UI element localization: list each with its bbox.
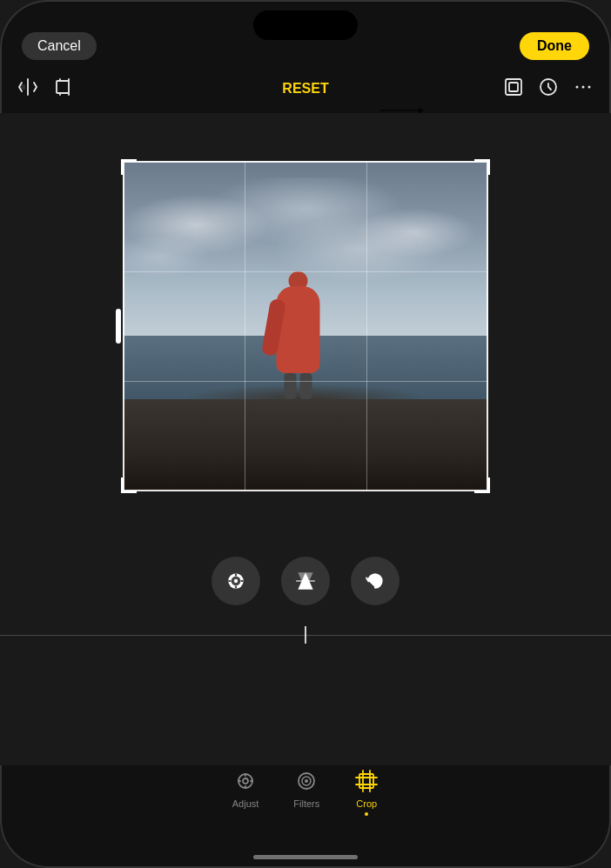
active-tab-indicator	[365, 812, 368, 816]
ruler-container[interactable]	[0, 622, 611, 648]
svg-rect-0	[19, 84, 25, 90]
side-handle-left[interactable]	[116, 309, 121, 344]
photo-rocks	[123, 399, 488, 491]
overlay-icon[interactable]	[503, 77, 524, 102]
svg-rect-13	[228, 580, 231, 582]
rotation-controls	[212, 557, 400, 605]
bottom-tabs: Adjust Filters	[0, 760, 611, 825]
person-legs	[283, 373, 314, 399]
svg-rect-16	[235, 585, 237, 588]
corner-handle-tr[interactable]	[474, 159, 490, 175]
corner-handle-br[interactable]	[474, 477, 490, 493]
cancel-button[interactable]: Cancel	[22, 32, 97, 60]
toolbar-row: RESET	[0, 68, 611, 110]
markup-icon[interactable]	[538, 77, 559, 102]
toolbar-center: RESET	[282, 81, 328, 97]
ruler-center-indicator	[305, 626, 306, 644]
person-figure	[274, 271, 322, 402]
person-body	[277, 286, 320, 373]
svg-point-21	[243, 778, 248, 784]
ruler-track	[0, 626, 611, 644]
adjust-icon	[233, 769, 258, 793]
crop-ratio-icon[interactable]	[54, 77, 75, 102]
tab-crop[interactable]: Crop	[354, 769, 379, 816]
filters-icon	[294, 769, 319, 793]
svg-point-5	[576, 85, 579, 88]
corner-handle-tl[interactable]	[121, 159, 137, 175]
dynamic-island	[253, 10, 358, 40]
tab-adjust[interactable]: Adjust	[232, 769, 259, 809]
toolbar-right	[503, 77, 594, 102]
done-button[interactable]: Done	[520, 32, 589, 60]
svg-rect-2	[506, 79, 521, 95]
photo-background	[123, 161, 488, 491]
tab-filters-label: Filters	[293, 798, 319, 809]
photo-container	[123, 161, 488, 491]
flip-horizontal-icon[interactable]	[17, 77, 38, 102]
rotate-back-button[interactable]	[351, 557, 400, 605]
svg-point-24	[305, 779, 308, 783]
svg-rect-1	[57, 81, 69, 93]
tab-crop-label: Crop	[356, 798, 377, 809]
phone-frame: Cancel Done RESET	[0, 0, 611, 868]
svg-rect-25	[359, 774, 373, 788]
flip-vertical-button[interactable]	[281, 557, 330, 605]
tab-filters[interactable]: Filters	[293, 769, 319, 809]
svg-point-7	[588, 85, 591, 88]
svg-rect-19	[296, 580, 315, 581]
svg-point-6	[582, 85, 585, 88]
svg-rect-3	[509, 83, 518, 91]
image-area	[0, 113, 611, 539]
svg-rect-14	[240, 580, 243, 582]
corner-handle-bl[interactable]	[121, 477, 137, 493]
tab-adjust-label: Adjust	[232, 798, 259, 809]
home-indicator	[253, 855, 358, 859]
reset-button[interactable]: RESET	[282, 81, 328, 96]
more-icon[interactable]	[573, 77, 594, 102]
crop-icon	[354, 769, 379, 793]
svg-rect-15	[235, 573, 237, 576]
rotate-circle-button[interactable]	[212, 557, 260, 605]
toolbar-left	[17, 77, 75, 102]
svg-point-12	[234, 579, 238, 583]
